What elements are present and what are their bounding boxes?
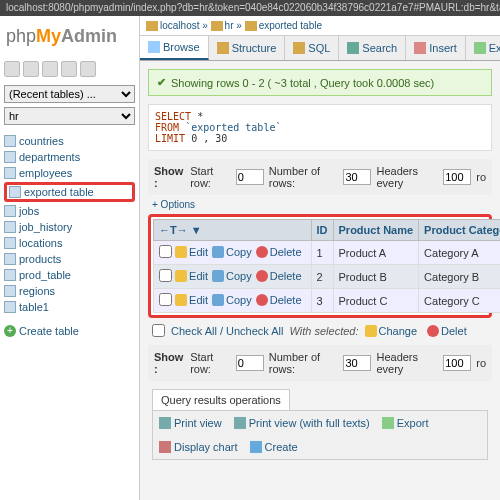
num-rows-input-2[interactable]: [343, 355, 371, 371]
tree-item-regions[interactable]: regions: [4, 283, 135, 299]
create-icon: [250, 441, 262, 453]
print-view-full[interactable]: Print view (with full texts): [234, 417, 370, 429]
table-icon: [4, 269, 16, 281]
copy-icon: [212, 246, 224, 258]
server-icon: [146, 21, 158, 31]
start-row-input[interactable]: [236, 169, 264, 185]
tree-item-departments[interactable]: departments: [4, 149, 135, 165]
tree-item-job_history[interactable]: job_history: [4, 219, 135, 235]
tab-browse[interactable]: Browse: [140, 36, 209, 60]
sort-header[interactable]: ←T→ ▼: [154, 220, 312, 241]
sidebar: phpMyAdmin (Recent tables) ... hr countr…: [0, 16, 140, 500]
copy-icon: [212, 270, 224, 282]
tree-item-countries[interactable]: countries: [4, 133, 135, 149]
copy-icon: [212, 294, 224, 306]
plus-icon: +: [4, 325, 16, 337]
copy-row[interactable]: Copy: [212, 246, 252, 258]
check-all-checkbox[interactable]: [152, 324, 165, 337]
table-icon: [4, 237, 16, 249]
col-id[interactable]: ID: [311, 220, 333, 241]
table-icon: [4, 135, 16, 147]
table-icon: [4, 301, 16, 313]
headers-every-input-2[interactable]: [443, 355, 471, 371]
check-all-link[interactable]: Check All / Uncheck All: [171, 325, 284, 337]
database-select[interactable]: hr: [4, 107, 135, 125]
sql-icon[interactable]: [42, 61, 58, 77]
check-all-row: Check All / Uncheck All With selected: C…: [152, 324, 488, 337]
create-table-link[interactable]: + Create table: [4, 325, 135, 337]
search-icon: [347, 42, 359, 54]
print-icon: [159, 417, 171, 429]
breadcrumb: localhost » hr » exported table: [140, 16, 500, 36]
tree-item-exported-table[interactable]: exported table: [4, 182, 135, 202]
tab-insert[interactable]: Insert: [406, 36, 466, 60]
edit-icon: [175, 270, 187, 282]
col-product-category[interactable]: Product Category: [419, 220, 500, 241]
tree-item-products[interactable]: products: [4, 251, 135, 267]
tab-structure[interactable]: Structure: [209, 36, 286, 60]
edit-row[interactable]: Edit: [175, 246, 208, 258]
col-product-name[interactable]: Product Name: [333, 220, 419, 241]
tree-item-prod_table[interactable]: prod_table: [4, 267, 135, 283]
table-icon: [4, 151, 16, 163]
url-bar: localhost:8080/phpmyadmin/index.php?db=h…: [0, 0, 500, 16]
browse-icon: [148, 41, 160, 53]
logout-icon[interactable]: [23, 61, 39, 77]
display-chart[interactable]: Display chart: [159, 441, 238, 453]
structure-icon: [217, 42, 229, 54]
delete-row[interactable]: Delete: [256, 294, 302, 306]
qro-title: Query results operations: [152, 389, 290, 410]
table-icon: [4, 253, 16, 265]
create-view[interactable]: Create: [250, 441, 298, 453]
print-view[interactable]: Print view: [159, 417, 222, 429]
logo: phpMyAdmin: [4, 20, 135, 59]
tab-search[interactable]: Search: [339, 36, 406, 60]
tab-sql[interactable]: SQL: [285, 36, 339, 60]
sql-query-box: SELECT * FROM `exported table` LIMIT 0 ,…: [148, 104, 492, 151]
start-row-input-2[interactable]: [236, 355, 264, 371]
delete-row[interactable]: Delete: [256, 246, 302, 258]
table-icon: [245, 21, 257, 31]
row-checkbox[interactable]: [159, 269, 172, 282]
tree-item-jobs[interactable]: jobs: [4, 203, 135, 219]
headers-every-input[interactable]: [443, 169, 471, 185]
delete-row[interactable]: Delete: [256, 270, 302, 282]
row-controls: Show : Start row: Number of rows: Header…: [148, 159, 492, 195]
num-rows-input[interactable]: [343, 169, 371, 185]
docs-icon[interactable]: [61, 61, 77, 77]
table-icon: [4, 221, 16, 233]
edit-icon: [175, 294, 187, 306]
db-icon: [211, 21, 223, 31]
delete-icon: [427, 325, 439, 337]
main-panel: localhost » hr » exported table Browse S…: [140, 16, 500, 500]
edit-icon: [175, 246, 187, 258]
bulk-delete[interactable]: Delet: [427, 325, 467, 337]
tabs: Browse Structure SQL Search Insert Expor…: [140, 36, 500, 61]
delete-icon: [256, 294, 268, 306]
delete-icon: [256, 246, 268, 258]
edit-row[interactable]: Edit: [175, 294, 208, 306]
tree-item-locations[interactable]: locations: [4, 235, 135, 251]
reload-icon[interactable]: [80, 61, 96, 77]
table-icon: [4, 167, 16, 179]
export-icon: [474, 42, 486, 54]
copy-row[interactable]: Copy: [212, 294, 252, 306]
results-table-highlight: ←T→ ▼ ID Product Name Product Category S…: [148, 214, 492, 318]
success-message: ✔ Showing rows 0 - 2 ( ~3 total , Query …: [148, 69, 492, 96]
delete-icon: [256, 270, 268, 282]
row-controls-bottom: Show : Start row: Number of rows: Header…: [148, 345, 492, 381]
tree-item-table1[interactable]: table1: [4, 299, 135, 315]
copy-row[interactable]: Copy: [212, 270, 252, 282]
table-icon: [9, 186, 21, 198]
recent-tables-select[interactable]: (Recent tables) ...: [4, 85, 135, 103]
home-icon[interactable]: [4, 61, 20, 77]
options-link[interactable]: + Options: [152, 199, 488, 210]
results-table: ←T→ ▼ ID Product Name Product Category S…: [153, 219, 500, 313]
tree-item-employees[interactable]: employees: [4, 165, 135, 181]
row-checkbox[interactable]: [159, 245, 172, 258]
tab-export[interactable]: Export: [466, 36, 500, 60]
bulk-change[interactable]: Change: [365, 325, 418, 337]
edit-row[interactable]: Edit: [175, 270, 208, 282]
export-link[interactable]: Export: [382, 417, 429, 429]
row-checkbox[interactable]: [159, 293, 172, 306]
